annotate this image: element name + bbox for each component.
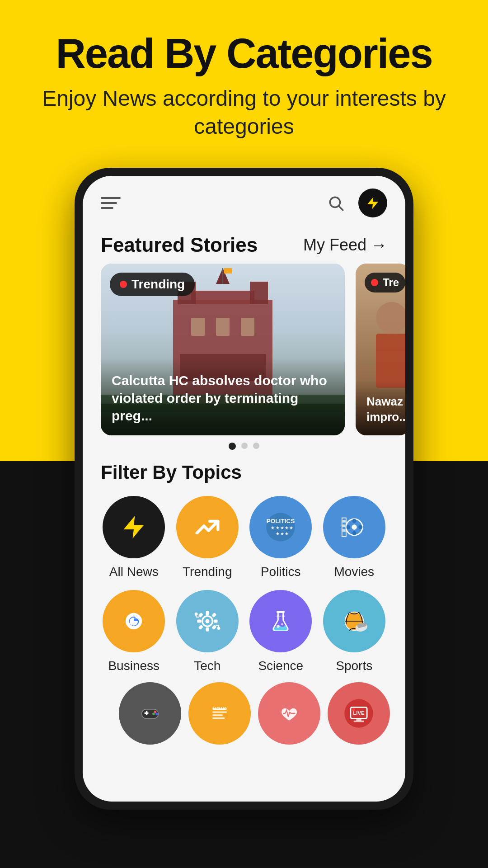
- topic-gaming-partial[interactable]: [119, 682, 181, 745]
- svg-rect-89: [354, 721, 364, 722]
- svg-point-34: [352, 525, 357, 530]
- topic-business[interactable]: Business: [101, 590, 167, 673]
- topic-label-science: Science: [258, 659, 303, 673]
- my-feed-link[interactable]: My Feed →: [303, 236, 387, 255]
- topic-icon-business: [103, 590, 165, 652]
- featured-stories-header: Featured Stories My Feed →: [83, 226, 405, 264]
- app-logo-button[interactable]: [358, 189, 387, 217]
- hero-title: Read By Categories: [0, 32, 488, 75]
- svg-point-47: [205, 619, 209, 623]
- svg-rect-81: [212, 712, 227, 713]
- svg-marker-2: [367, 197, 378, 209]
- card-headline-2: Nawaz impro...: [356, 381, 405, 436]
- top-bar-right: [324, 189, 387, 217]
- topic-live-partial[interactable]: LIVE: [328, 682, 390, 745]
- svg-point-64: [277, 625, 280, 628]
- svg-rect-10: [191, 318, 205, 336]
- dot-2: [241, 443, 248, 449]
- svg-rect-41: [343, 525, 346, 528]
- topic-movies[interactable]: Movies: [321, 496, 388, 579]
- partial-topics-row: NEWS: [101, 682, 387, 745]
- topic-news-partial[interactable]: NEWS: [188, 682, 251, 745]
- svg-point-65: [281, 623, 283, 626]
- svg-text:★: ★: [290, 525, 294, 530]
- hero-subtitle: Enjoy News according to your interests b…: [0, 85, 488, 141]
- phone-mockup: Featured Stories My Feed →: [75, 168, 413, 810]
- topic-science[interactable]: Science: [248, 590, 314, 673]
- svg-text:LIVE: LIVE: [353, 711, 365, 716]
- phone-screen: Featured Stories My Feed →: [83, 176, 405, 802]
- topic-icon-gaming: [119, 682, 181, 745]
- carousel-dots: [83, 435, 405, 457]
- phone-mockup-wrapper: Featured Stories My Feed →: [0, 168, 488, 810]
- svg-rect-20: [376, 334, 405, 388]
- svg-text:★: ★: [280, 532, 284, 537]
- topic-label-politics: Politics: [261, 565, 301, 579]
- svg-rect-83: [212, 717, 225, 719]
- svg-rect-49: [206, 627, 209, 632]
- topic-label-sports: Sports: [336, 659, 372, 673]
- svg-rect-63: [277, 611, 285, 613]
- search-button[interactable]: [324, 191, 347, 215]
- featured-cards-row: Trending Calcutta HC absolves doctor who…: [83, 264, 405, 435]
- featured-stories-title: Featured Stories: [101, 234, 258, 256]
- dot-3: [253, 443, 259, 449]
- topic-health-partial[interactable]: [258, 682, 320, 745]
- svg-rect-11: [216, 318, 230, 336]
- topic-label-tech: Tech: [194, 659, 221, 673]
- svg-text:★: ★: [276, 525, 280, 530]
- svg-point-61: [217, 627, 220, 630]
- trending-label-2: Tre: [383, 276, 399, 289]
- svg-point-37: [346, 525, 350, 529]
- svg-text:NEWS: NEWS: [212, 704, 227, 709]
- topic-icon-sports: [323, 590, 385, 652]
- topic-trending[interactable]: Trending: [174, 496, 241, 579]
- topics-grid: All News Trending: [101, 496, 387, 673]
- svg-rect-48: [206, 611, 209, 615]
- svg-rect-82: [212, 715, 223, 716]
- svg-text:★: ★: [276, 532, 280, 537]
- my-feed-label: My Feed: [303, 236, 366, 255]
- topic-label-business: Business: [108, 659, 160, 673]
- trending-label-1: Trending: [131, 277, 185, 292]
- topic-icon-trending: [176, 496, 239, 558]
- news-card-calcutta[interactable]: Trending Calcutta HC absolves doctor who…: [101, 264, 345, 435]
- svg-text:POLITICS: POLITICS: [267, 518, 295, 524]
- svg-text:★: ★: [285, 532, 289, 537]
- topic-tech[interactable]: Tech: [174, 590, 241, 673]
- red-dot-1: [120, 281, 127, 288]
- svg-text:★: ★: [280, 525, 284, 530]
- svg-rect-42: [343, 529, 346, 532]
- topic-icon-health: [258, 682, 320, 745]
- topic-icon-politics: POLITICS ★ ★ ★ ★ ★ ★ ★ ★: [249, 496, 312, 558]
- svg-text:★: ★: [271, 525, 275, 530]
- topic-label-trending: Trending: [183, 565, 232, 579]
- topic-sports[interactable]: Sports: [321, 590, 388, 673]
- svg-point-91: [352, 708, 355, 712]
- topic-icon-news: NEWS: [188, 682, 251, 745]
- topic-all-news[interactable]: All News: [101, 496, 167, 579]
- topic-politics[interactable]: POLITICS ★ ★ ★ ★ ★ ★ ★ ★: [248, 496, 314, 579]
- trending-badge-1: Trending: [110, 273, 195, 296]
- topic-icon-all-news: [103, 496, 165, 558]
- topic-icon-live: LIVE: [328, 682, 390, 745]
- svg-rect-5: [191, 291, 254, 304]
- dot-1: [229, 443, 236, 450]
- svg-rect-75: [146, 711, 147, 715]
- svg-rect-51: [213, 620, 217, 623]
- svg-point-77: [152, 713, 155, 716]
- trending-badge-2: Tre: [365, 273, 405, 292]
- svg-line-1: [339, 207, 343, 211]
- menu-button[interactable]: [101, 197, 121, 209]
- svg-point-76: [154, 711, 157, 713]
- svg-point-58: [194, 613, 197, 616]
- topic-icon-tech: [176, 590, 239, 652]
- topic-icon-science: [249, 590, 312, 652]
- top-bar: [83, 176, 405, 226]
- my-feed-arrow: →: [371, 236, 387, 255]
- news-card-nawaz[interactable]: Tre Nawaz impro...: [356, 264, 405, 435]
- svg-point-78: [155, 713, 158, 716]
- svg-rect-50: [197, 620, 201, 623]
- svg-point-36: [352, 531, 356, 535]
- red-dot-2: [371, 279, 378, 286]
